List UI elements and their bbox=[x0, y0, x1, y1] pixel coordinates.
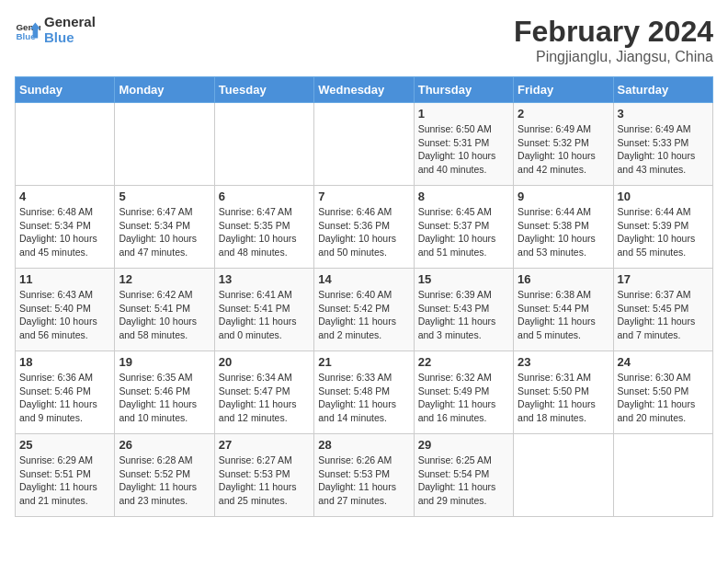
day-number: 23 bbox=[518, 355, 609, 369]
day-number: 25 bbox=[19, 438, 110, 452]
day-number: 22 bbox=[418, 355, 509, 369]
header-day-tuesday: Tuesday bbox=[214, 77, 313, 103]
day-number: 18 bbox=[19, 355, 110, 369]
calendar-cell: 13Sunrise: 6:41 AM Sunset: 5:41 PM Dayli… bbox=[214, 269, 313, 351]
title-block: February 2024 Pingjianglu, Jiangsu, Chin… bbox=[514, 15, 713, 65]
calendar-cell bbox=[314, 103, 414, 186]
logo-text-general: General bbox=[44, 15, 96, 30]
calendar-cell: 1Sunrise: 6:50 AM Sunset: 5:31 PM Daylig… bbox=[414, 103, 513, 186]
calendar-cell: 7Sunrise: 6:46 AM Sunset: 5:36 PM Daylig… bbox=[314, 186, 414, 269]
day-number: 1 bbox=[418, 107, 509, 121]
header-day-sunday: Sunday bbox=[16, 77, 115, 103]
calendar-cell: 17Sunrise: 6:37 AM Sunset: 5:45 PM Dayli… bbox=[613, 269, 712, 351]
day-number: 27 bbox=[219, 438, 310, 452]
header-day-friday: Friday bbox=[514, 77, 613, 103]
day-number: 8 bbox=[418, 190, 509, 203]
calendar-cell: 20Sunrise: 6:34 AM Sunset: 5:47 PM Dayli… bbox=[214, 351, 313, 434]
day-number: 13 bbox=[219, 272, 310, 286]
calendar-table: SundayMondayTuesdayWednesdayThursdayFrid… bbox=[15, 76, 713, 517]
calendar-cell: 19Sunrise: 6:35 AM Sunset: 5:46 PM Dayli… bbox=[115, 351, 214, 434]
day-info: Sunrise: 6:31 AM Sunset: 5:50 PM Dayligh… bbox=[518, 371, 609, 425]
day-info: Sunrise: 6:40 AM Sunset: 5:42 PM Dayligh… bbox=[318, 288, 409, 342]
day-info: Sunrise: 6:47 AM Sunset: 5:35 PM Dayligh… bbox=[219, 205, 310, 259]
day-number: 15 bbox=[418, 272, 509, 286]
day-info: Sunrise: 6:27 AM Sunset: 5:53 PM Dayligh… bbox=[219, 454, 310, 508]
calendar-cell: 8Sunrise: 6:45 AM Sunset: 5:37 PM Daylig… bbox=[414, 186, 513, 269]
page-header: General Blue General Blue February 2024 … bbox=[15, 15, 713, 65]
week-row-2: 4Sunrise: 6:48 AM Sunset: 5:34 PM Daylig… bbox=[16, 186, 713, 269]
day-info: Sunrise: 6:30 AM Sunset: 5:50 PM Dayligh… bbox=[618, 371, 709, 425]
day-number: 20 bbox=[219, 355, 310, 369]
day-info: Sunrise: 6:25 AM Sunset: 5:54 PM Dayligh… bbox=[418, 454, 509, 508]
day-number: 19 bbox=[119, 355, 210, 369]
day-info: Sunrise: 6:41 AM Sunset: 5:41 PM Dayligh… bbox=[219, 288, 310, 342]
week-row-3: 11Sunrise: 6:43 AM Sunset: 5:40 PM Dayli… bbox=[16, 269, 713, 351]
day-info: Sunrise: 6:49 AM Sunset: 5:32 PM Dayligh… bbox=[518, 122, 609, 177]
day-info: Sunrise: 6:44 AM Sunset: 5:39 PM Dayligh… bbox=[618, 205, 709, 259]
logo: General Blue General Blue bbox=[15, 15, 96, 45]
day-number: 26 bbox=[119, 438, 210, 452]
day-info: Sunrise: 6:49 AM Sunset: 5:33 PM Dayligh… bbox=[618, 122, 709, 177]
day-info: Sunrise: 6:37 AM Sunset: 5:45 PM Dayligh… bbox=[618, 288, 709, 342]
day-info: Sunrise: 6:47 AM Sunset: 5:34 PM Dayligh… bbox=[119, 205, 210, 259]
day-info: Sunrise: 6:44 AM Sunset: 5:38 PM Dayligh… bbox=[518, 205, 609, 259]
day-info: Sunrise: 6:28 AM Sunset: 5:52 PM Dayligh… bbox=[119, 454, 210, 508]
calendar-cell: 15Sunrise: 6:39 AM Sunset: 5:43 PM Dayli… bbox=[414, 269, 513, 351]
day-info: Sunrise: 6:42 AM Sunset: 5:41 PM Dayligh… bbox=[119, 288, 210, 342]
day-number: 10 bbox=[618, 190, 709, 203]
calendar-cell: 10Sunrise: 6:44 AM Sunset: 5:39 PM Dayli… bbox=[613, 186, 712, 269]
day-number: 24 bbox=[618, 355, 709, 369]
calendar-cell: 27Sunrise: 6:27 AM Sunset: 5:53 PM Dayli… bbox=[214, 434, 313, 517]
day-number: 6 bbox=[219, 190, 310, 203]
calendar-cell: 21Sunrise: 6:33 AM Sunset: 5:48 PM Dayli… bbox=[314, 351, 414, 434]
calendar-header-row: SundayMondayTuesdayWednesdayThursdayFrid… bbox=[16, 77, 713, 103]
day-info: Sunrise: 6:46 AM Sunset: 5:36 PM Dayligh… bbox=[318, 205, 409, 259]
header-day-wednesday: Wednesday bbox=[314, 77, 414, 103]
day-info: Sunrise: 6:38 AM Sunset: 5:44 PM Dayligh… bbox=[518, 288, 609, 342]
day-info: Sunrise: 6:48 AM Sunset: 5:34 PM Dayligh… bbox=[19, 205, 110, 259]
calendar-cell: 22Sunrise: 6:32 AM Sunset: 5:49 PM Dayli… bbox=[414, 351, 513, 434]
calendar-cell: 11Sunrise: 6:43 AM Sunset: 5:40 PM Dayli… bbox=[16, 269, 115, 351]
week-row-4: 18Sunrise: 6:36 AM Sunset: 5:46 PM Dayli… bbox=[16, 351, 713, 434]
day-info: Sunrise: 6:32 AM Sunset: 5:49 PM Dayligh… bbox=[418, 371, 509, 425]
day-number: 9 bbox=[518, 190, 609, 203]
calendar-cell: 29Sunrise: 6:25 AM Sunset: 5:54 PM Dayli… bbox=[414, 434, 513, 517]
calendar-cell: 14Sunrise: 6:40 AM Sunset: 5:42 PM Dayli… bbox=[314, 269, 414, 351]
day-info: Sunrise: 6:45 AM Sunset: 5:37 PM Dayligh… bbox=[418, 205, 509, 259]
day-number: 28 bbox=[318, 438, 409, 452]
day-info: Sunrise: 6:35 AM Sunset: 5:46 PM Dayligh… bbox=[119, 371, 210, 425]
calendar-cell: 9Sunrise: 6:44 AM Sunset: 5:38 PM Daylig… bbox=[514, 186, 613, 269]
logo-text-blue: Blue bbox=[44, 30, 96, 46]
calendar-cell: 12Sunrise: 6:42 AM Sunset: 5:41 PM Dayli… bbox=[115, 269, 214, 351]
day-number: 7 bbox=[318, 190, 409, 203]
day-info: Sunrise: 6:34 AM Sunset: 5:47 PM Dayligh… bbox=[219, 371, 310, 425]
calendar-cell: 16Sunrise: 6:38 AM Sunset: 5:44 PM Dayli… bbox=[514, 269, 613, 351]
day-number: 29 bbox=[418, 438, 509, 452]
calendar-cell: 6Sunrise: 6:47 AM Sunset: 5:35 PM Daylig… bbox=[214, 186, 313, 269]
calendar-cell: 25Sunrise: 6:29 AM Sunset: 5:51 PM Dayli… bbox=[16, 434, 115, 517]
calendar-cell: 24Sunrise: 6:30 AM Sunset: 5:50 PM Dayli… bbox=[613, 351, 712, 434]
calendar-cell bbox=[214, 103, 313, 186]
week-row-1: 1Sunrise: 6:50 AM Sunset: 5:31 PM Daylig… bbox=[16, 103, 713, 186]
day-info: Sunrise: 6:29 AM Sunset: 5:51 PM Dayligh… bbox=[19, 454, 110, 508]
header-day-thursday: Thursday bbox=[414, 77, 513, 103]
day-info: Sunrise: 6:26 AM Sunset: 5:53 PM Dayligh… bbox=[318, 454, 409, 508]
day-number: 4 bbox=[19, 190, 110, 203]
day-info: Sunrise: 6:36 AM Sunset: 5:46 PM Dayligh… bbox=[19, 371, 110, 425]
calendar-cell: 5Sunrise: 6:47 AM Sunset: 5:34 PM Daylig… bbox=[115, 186, 214, 269]
day-number: 11 bbox=[19, 272, 110, 286]
day-info: Sunrise: 6:50 AM Sunset: 5:31 PM Dayligh… bbox=[418, 122, 509, 177]
day-info: Sunrise: 6:43 AM Sunset: 5:40 PM Dayligh… bbox=[19, 288, 110, 342]
calendar-cell bbox=[115, 103, 214, 186]
calendar-cell bbox=[16, 103, 115, 186]
calendar-cell: 2Sunrise: 6:49 AM Sunset: 5:32 PM Daylig… bbox=[514, 103, 613, 186]
day-number: 21 bbox=[318, 355, 409, 369]
day-number: 16 bbox=[518, 272, 609, 286]
day-info: Sunrise: 6:33 AM Sunset: 5:48 PM Dayligh… bbox=[318, 371, 409, 425]
day-number: 2 bbox=[518, 107, 609, 121]
calendar-cell: 4Sunrise: 6:48 AM Sunset: 5:34 PM Daylig… bbox=[16, 186, 115, 269]
day-number: 14 bbox=[318, 272, 409, 286]
day-number: 5 bbox=[119, 190, 210, 203]
calendar-cell: 18Sunrise: 6:36 AM Sunset: 5:46 PM Dayli… bbox=[16, 351, 115, 434]
day-number: 3 bbox=[618, 107, 709, 121]
